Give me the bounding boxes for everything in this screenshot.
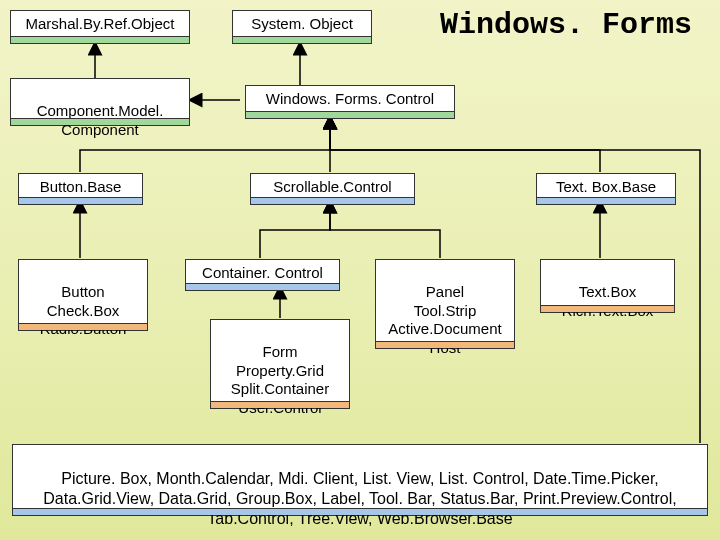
node-control: Windows. Forms. Control — [245, 85, 455, 119]
node-label: Marshal.By.Ref.Object — [26, 15, 175, 32]
node-label: Scrollable.Control — [273, 178, 391, 195]
node-textbox-group: Text.Box Rich.Text.Box — [540, 259, 675, 313]
node-misc-controls: Picture. Box, Month.Calendar, Mdi. Clien… — [12, 444, 708, 516]
node-label: Button.Base — [40, 178, 122, 195]
node-button-group: Button Check.Box Radio.Button — [18, 259, 148, 331]
node-label: Text. Box.Base — [556, 178, 656, 195]
node-system-object: System. Object — [232, 10, 372, 44]
node-label: System. Object — [251, 15, 353, 32]
node-buttonbase: Button.Base — [18, 173, 143, 205]
node-label: Picture. Box, Month.Calendar, Mdi. Clien… — [43, 470, 677, 527]
node-scrollable: Scrollable.Control — [250, 173, 415, 205]
node-component: Component.Model. Component — [10, 78, 190, 126]
node-form-group: Form Property.Grid Split.Container User.… — [210, 319, 350, 409]
node-label: Container. Control — [202, 264, 323, 281]
node-label: Text.Box Rich.Text.Box — [562, 283, 654, 319]
node-marshal: Marshal.By.Ref.Object — [10, 10, 190, 44]
node-container: Container. Control — [185, 259, 340, 291]
node-panel-group: Panel Tool.Strip Active.Document Host — [375, 259, 515, 349]
page-title: Windows. Forms — [440, 8, 692, 42]
node-textboxbase: Text. Box.Base — [536, 173, 676, 205]
node-label: Windows. Forms. Control — [266, 90, 434, 107]
